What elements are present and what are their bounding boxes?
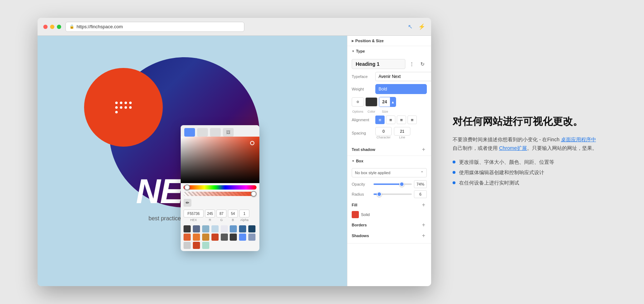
cp-hue-bar[interactable] [184,185,257,190]
radius-row: Radius 6 [352,190,427,198]
url-text: https://finchspace.com [77,24,123,29]
dots-grid [112,98,135,117]
dot-minimize[interactable] [50,25,54,29]
radius-slider[interactable] [374,193,412,195]
swatch[interactable] [193,225,200,232]
right-panel: ▶ Position & Size ▼ Type [347,36,431,286]
alpha-input[interactable]: 1 [239,210,249,217]
swatch[interactable] [202,234,209,241]
character-spacing-label: Character [376,136,391,139]
add-fill-btn[interactable]: + [420,202,427,208]
dot-maximize[interactable] [57,25,61,29]
r-input[interactable]: 245 [205,210,215,217]
radius-label: Radius [352,192,371,196]
swatch[interactable] [221,225,228,232]
color-picker-popup: 🖼 ✏ F55736 [181,125,259,251]
add-border-btn[interactable]: + [420,222,427,228]
cp-alpha-field: 1 Alpha [239,210,249,222]
spacing-label: Spacing [352,131,373,135]
color-picker-btn[interactable] [365,97,377,107]
swatch[interactable] [202,225,209,232]
cp-tab-gradient[interactable] [197,128,208,137]
add-shadow-btn[interactable]: + [420,232,427,239]
swatch[interactable] [193,234,200,241]
solid-fill-row: Solid [352,210,427,220]
box-style-value: No box style applied [355,171,390,175]
character-spacing-input[interactable] [375,127,392,136]
cp-gradient-area[interactable] [181,137,259,183]
solid-fill-swatch[interactable] [352,211,359,218]
b-label: B [232,218,234,222]
cursor-icon[interactable]: ↖ [408,23,413,30]
cp-swatches [181,223,259,251]
swatch[interactable] [193,242,200,249]
dot-close[interactable] [43,25,48,29]
opacity-value[interactable]: 74% [414,180,427,188]
weight-label: Weight [352,87,373,91]
box-body: No box style applied ⌃ Opacity 74% [347,166,431,243]
swatch[interactable] [184,234,191,241]
align-justify-btn[interactable]: ≡ [408,116,417,124]
position-size-header[interactable]: ▶ Position & Size [347,36,431,46]
collapse-arrow-box: ▼ [352,160,355,163]
swatch[interactable] [221,234,228,241]
eyedropper-button[interactable]: ✏ [184,199,191,207]
size-up-btn[interactable]: ▲ [390,97,396,107]
align-right-btn[interactable]: ≡ [397,116,406,124]
cp-tab-color[interactable] [184,128,195,137]
options-btn[interactable]: ⚙ [352,97,364,107]
swatch[interactable] [230,234,237,241]
size-stepper: 24 ▲ [379,97,396,107]
swatch[interactable] [211,234,219,241]
weight-row: Weight Bold Regular Light [352,84,427,94]
opacity-row: Opacity 74% [352,180,427,188]
b-input[interactable]: 54 [228,210,238,217]
cp-alpha-thumb [251,191,257,197]
swatch[interactable] [202,242,209,249]
add-text-shadow-btn[interactable]: + [420,146,427,153]
swatch[interactable] [230,225,237,232]
line-spacing-label: Line [399,136,405,139]
align-center-btn[interactable]: ≡ [386,116,395,124]
swatch[interactable] [184,242,191,249]
swatch[interactable] [239,225,246,232]
dot [115,106,118,109]
type-refresh-btn[interactable]: ↻ [418,60,427,68]
browser-window: 🔒 https://finchspace.com ↖ ⚡ [38,18,431,286]
address-bar[interactable]: 🔒 https://finchspace.com [65,22,244,32]
dot [125,106,127,109]
hex-input[interactable]: F55736 [184,210,204,217]
line-spacing-input[interactable] [394,127,410,136]
type-dropdown[interactable]: Heading 1 [352,59,405,69]
cp-tab-pattern[interactable] [210,128,221,137]
canvas-subtitle: best practices [148,215,184,222]
weight-select[interactable]: Bold Regular Light [375,84,427,94]
desktop-app-link[interactable]: 桌面应用程序中 [561,137,596,142]
position-size-title: ▶ Position & Size [352,39,384,43]
box-label: Box [356,159,364,163]
type-options-btn[interactable]: ⋮ [408,60,416,68]
typeface-input[interactable] [375,72,431,81]
g-input[interactable]: 87 [216,210,226,217]
pulse-icon[interactable]: ⚡ [418,23,425,30]
collapse-arrow-type: ▼ [352,50,355,53]
cp-hex-field: F55736 HEX [184,210,204,222]
opacity-slider[interactable] [374,183,412,185]
box-header[interactable]: ▼ Box [347,156,431,166]
swatch[interactable] [184,225,191,232]
swatch[interactable] [248,234,255,241]
swatch[interactable] [248,225,255,232]
radius-value[interactable]: 6 [414,190,427,198]
cp-alpha-bar[interactable] [184,192,257,196]
swatch[interactable] [211,225,219,232]
opacity-thumb [399,182,404,187]
type-title: ▼ Type [352,49,365,53]
radius-thumb [377,192,382,197]
swatch[interactable] [239,234,246,241]
chrome-ext-link[interactable]: Chrome扩展 [499,145,527,151]
align-left-btn[interactable]: ≡ [375,116,385,124]
box-style-dropdown[interactable]: No box style applied ⌃ [352,168,427,177]
cp-tab-image[interactable]: 🖼 [223,128,234,137]
lock-icon: 🔒 [69,24,74,29]
type-header[interactable]: ▼ Type [347,46,431,56]
